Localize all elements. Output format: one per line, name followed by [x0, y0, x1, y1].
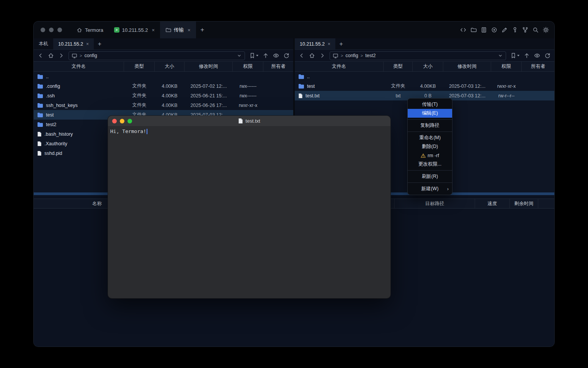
menu-item-label: 编辑(E) — [422, 110, 438, 117]
new-panel-tab-button[interactable]: + — [335, 38, 347, 49]
close-tab-icon[interactable]: × — [188, 27, 191, 33]
menu-item[interactable]: 更改权限... — [408, 160, 452, 169]
file-type: 文件夹 — [124, 81, 155, 91]
panel-tab-host[interactable]: 10.211.55.2 × — [295, 38, 335, 49]
column-header[interactable]: 权限 — [233, 62, 263, 71]
refresh-icon[interactable] — [544, 53, 550, 59]
panel-tab-local[interactable]: 本机 — [34, 38, 53, 49]
parent-directory-icon[interactable] — [263, 53, 269, 59]
chevron-down-icon[interactable] — [237, 53, 242, 58]
transfer-column-remaining[interactable]: 剩余时间 — [510, 199, 538, 208]
parent-directory-icon[interactable] — [524, 53, 530, 59]
column-header[interactable]: 类型 — [384, 62, 413, 71]
minimize-window-button[interactable] — [49, 28, 54, 32]
branch-icon[interactable] — [522, 27, 528, 33]
menu-item[interactable]: 删除(D) — [408, 142, 452, 151]
breadcrumb-segment[interactable]: config — [84, 53, 97, 58]
transfer-column-destination[interactable]: 目标路径 — [394, 199, 475, 208]
folder-icon[interactable] — [470, 27, 477, 33]
maximize-window-button[interactable] — [57, 28, 62, 32]
column-header[interactable]: 大小 — [155, 62, 185, 71]
host-icon: > — [114, 27, 119, 33]
pencil-icon[interactable] — [501, 27, 508, 33]
chevron-down-icon[interactable] — [498, 53, 503, 58]
tab-transfer[interactable]: 传输 × — [160, 21, 196, 38]
bookmark-button[interactable] — [249, 53, 258, 59]
column-header[interactable]: 修改时间 — [443, 62, 491, 71]
menu-item[interactable]: 复制路径 — [408, 121, 452, 130]
column-header[interactable]: 类型 — [124, 62, 155, 71]
settings-icon[interactable] — [543, 27, 549, 33]
menu-item[interactable]: rm -rf — [408, 151, 452, 160]
close-window-button[interactable] — [112, 119, 117, 123]
folder-icon — [165, 27, 171, 33]
tab-host[interactable]: > 10.211.55.2 × — [109, 21, 160, 38]
file-perm — [233, 72, 263, 81]
code-icon[interactable] — [460, 27, 466, 33]
back-icon[interactable] — [38, 53, 44, 59]
search-icon[interactable] — [532, 27, 539, 33]
home-icon[interactable] — [48, 53, 54, 59]
path-field[interactable]: >config — [69, 51, 245, 60]
refresh-icon[interactable] — [283, 53, 289, 59]
forward-icon[interactable] — [319, 53, 325, 59]
file-row[interactable]: ssh_host_keys文件夹4.00KB2025-06-26 17:...r… — [34, 100, 293, 110]
close-tab-icon[interactable]: × — [86, 41, 89, 47]
new-tab-button[interactable]: + — [196, 21, 209, 38]
file-perm: rwxr-xr-x — [233, 100, 263, 110]
close-tab-icon[interactable]: × — [328, 41, 330, 47]
column-header[interactable]: 文件名 — [34, 62, 124, 71]
home-icon[interactable] — [309, 53, 315, 59]
breadcrumb-segment[interactable]: config — [345, 53, 358, 58]
column-header[interactable]: 权限 — [491, 62, 522, 71]
menu-item[interactable]: 重命名(M) — [408, 133, 452, 142]
tab-termora[interactable]: Termora — [71, 21, 109, 38]
transfer-column-speed[interactable]: 速度 — [475, 199, 510, 208]
new-panel-tab-button[interactable]: + — [94, 38, 105, 49]
path-field[interactable]: >config>test2 — [330, 51, 506, 60]
menu-item[interactable]: 刷新(R) — [408, 172, 452, 181]
left-table-header: 文件名类型大小修改时间权限所有者 — [34, 61, 293, 72]
menu-item[interactable]: 编辑(E) — [408, 109, 452, 118]
column-header[interactable]: 文件名 — [295, 62, 384, 71]
minimize-window-button[interactable] — [120, 119, 124, 123]
show-hidden-eye-icon[interactable] — [534, 53, 540, 59]
maximize-window-button[interactable] — [127, 119, 132, 123]
menu-item-label: 新建(W) — [421, 186, 438, 192]
file-owner — [263, 91, 293, 100]
close-window-button[interactable] — [41, 28, 45, 32]
file-size: 4.00KB — [413, 81, 443, 91]
file-icon — [37, 131, 42, 137]
column-header[interactable]: 所有者 — [263, 62, 293, 71]
file-row[interactable]: .. — [295, 72, 554, 81]
breadcrumb-segment[interactable]: test2 — [365, 53, 376, 58]
bookmark-button[interactable] — [510, 53, 519, 59]
record-icon[interactable] — [491, 27, 497, 33]
panel-tab-host[interactable]: 10.211.55.2 × — [53, 38, 94, 49]
file-name: test.txt — [305, 93, 320, 99]
context-menu: 传输(T)编辑(E)复制路径重命名(M)删除(D)rm -rf更改权限...刷新… — [407, 98, 452, 195]
file-perm: rwxr-xr-x — [491, 81, 522, 91]
file-name: test — [307, 84, 315, 89]
file-row[interactable]: .. — [34, 72, 293, 81]
file-mtime — [185, 72, 233, 81]
key-icon[interactable] — [512, 27, 518, 33]
close-tab-icon[interactable]: × — [152, 27, 155, 33]
breadcrumb: >config — [80, 53, 97, 58]
file-row[interactable]: .ssh文件夹4.00KB2025-06-21 15:...rwx------ — [34, 91, 293, 100]
tab-label: 传输 — [174, 26, 184, 33]
journal-icon[interactable] — [481, 27, 487, 33]
column-header[interactable]: 所有者 — [522, 62, 554, 71]
file-row[interactable]: test文件夹4.00KB2025-07-03 12:...rwxr-xr-x — [295, 81, 554, 91]
file-size — [155, 72, 185, 81]
file-row[interactable]: .config文件夹4.00KB2025-07-02 12:...rwx----… — [34, 81, 293, 91]
menu-separator — [408, 170, 452, 171]
forward-icon[interactable] — [58, 53, 64, 59]
menu-item[interactable]: 传输(T) — [408, 100, 452, 109]
back-icon[interactable] — [299, 53, 305, 59]
show-hidden-eye-icon[interactable] — [273, 53, 279, 59]
editor-content[interactable]: Hi, Termora! — [108, 127, 390, 136]
menu-item[interactable]: 新建(W)› — [408, 184, 452, 193]
column-header[interactable]: 修改时间 — [185, 62, 233, 71]
column-header[interactable]: 大小 — [413, 62, 443, 71]
